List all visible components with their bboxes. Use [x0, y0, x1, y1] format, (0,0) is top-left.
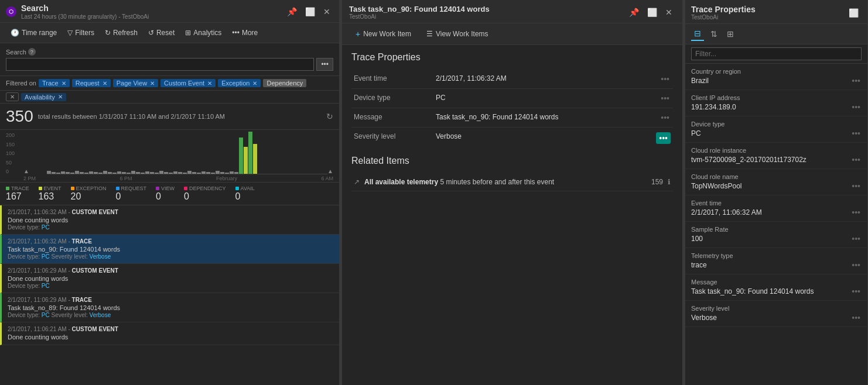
filter-tag-availability[interactable]: Availability ✕	[21, 93, 66, 101]
right-prop-dots-3[interactable]: •••	[850, 155, 862, 164]
right-prop-dots-0[interactable]: •••	[850, 76, 862, 85]
right-prop-item-5[interactable]: Event time 2/1/2017, 11:06:32 AM •••	[685, 195, 867, 222]
right-icon-btn-3[interactable]: ⊞	[724, 28, 737, 40]
analytics-button[interactable]: ⊞ Analytics	[180, 26, 226, 39]
legend-item-event[interactable]: EVENT 163	[39, 185, 61, 202]
right-prop-dots-2[interactable]: •••	[850, 129, 862, 138]
right-prop-key-4: Cloud role name	[691, 173, 862, 180]
right-prop-dots-8[interactable]: •••	[850, 287, 862, 296]
prop-dots-btn-0[interactable]: •••	[659, 74, 671, 84]
filter-input-row	[685, 44, 867, 64]
right-prop-dots-7[interactable]: •••	[850, 260, 862, 270]
filter-tag-request-close[interactable]: ✕	[102, 80, 107, 87]
right-prop-item-9[interactable]: Severity level Verbose •••	[685, 301, 867, 327]
grid-icon: ⊞	[185, 29, 191, 37]
chart-bar-2	[56, 173, 60, 174]
stats-refresh-icon[interactable]: ↻	[326, 112, 333, 121]
prop-actions-1: •••	[654, 89, 673, 108]
right-maximize-button[interactable]: ⬜	[846, 8, 862, 18]
event-item-0[interactable]: 2/1/2017, 11:06:32 AM - CUSTOM EVENT Don…	[0, 205, 339, 235]
filter-tag-exception[interactable]: Exception ✕	[218, 79, 261, 87]
legend-row: TRACE 167 EVENT 163 EXCEPTION 20 REQUEST…	[0, 183, 339, 205]
legend-label: AVAIL	[235, 185, 255, 191]
prop-actions-3: •••	[654, 128, 673, 149]
filter-tag-exception-close[interactable]: ✕	[252, 80, 257, 87]
right-prop-dots-1[interactable]: •••	[850, 102, 862, 112]
filter-tag-trace[interactable]: Trace ✕	[39, 79, 70, 87]
filter-tag-customevent-close[interactable]: ✕	[207, 80, 212, 87]
event-item-2[interactable]: 2/1/2017, 11:06:29 AM - CUSTOM EVENT Don…	[0, 264, 339, 293]
middle-close-button[interactable]: ✕	[662, 7, 675, 18]
chart-bar-4	[66, 172, 70, 174]
middle-title: Task task_no_90: Found 124014 words	[349, 5, 490, 13]
maximize-button[interactable]: ⬜	[302, 6, 318, 17]
related-item[interactable]: ↗ All available telemetry 5 minutes befo…	[351, 173, 673, 191]
filters-button[interactable]: ▽ Filters	[63, 26, 99, 39]
legend-item-dependency[interactable]: DEPENDENCY 0	[184, 185, 226, 202]
related-item-text: All available telemetry 5 minutes before…	[364, 178, 647, 186]
search-input[interactable]	[6, 58, 314, 71]
right-prop-dots-6[interactable]: •••	[850, 234, 862, 243]
reset-button[interactable]: ↺ Reset	[143, 26, 179, 39]
y-label-150: 150	[6, 142, 15, 147]
right-panel-header: Trace Properties TestOboAi ⬜	[685, 0, 867, 24]
right-prop-dots-9[interactable]: •••	[850, 313, 862, 322]
right-prop-item-0[interactable]: Country or region Brazil •••	[685, 64, 867, 90]
right-prop-item-6[interactable]: Sample Rate 100 •••	[685, 222, 867, 248]
prop-dots-btn-1[interactable]: •••	[659, 94, 671, 103]
event-item-1[interactable]: 2/1/2017, 11:06:32 AM - TRACE Task task_…	[0, 235, 339, 264]
results-description: total results between 1/31/2017 11:10 AM…	[38, 113, 322, 120]
right-prop-item-8[interactable]: Message Task task_no_90: Found 124014 wo…	[685, 274, 867, 301]
x-label-feb: February	[216, 176, 237, 181]
plus-icon: +	[356, 29, 360, 39]
right-prop-item-1[interactable]: Client IP address 191.234.189.0 •••	[685, 90, 867, 116]
prop-value-3: Verbose	[433, 128, 654, 149]
right-prop-dots-5[interactable]: •••	[850, 208, 862, 217]
prop-row-1: Device type PC •••	[351, 89, 673, 108]
legend-item-view[interactable]: VIEW 0	[156, 185, 175, 202]
middle-pin-button[interactable]: 📌	[626, 7, 642, 18]
filter-tag-dependency[interactable]: Dependency	[263, 79, 306, 87]
time-range-button[interactable]: 🕐 Time range	[6, 26, 61, 39]
analytics-label: Analytics	[193, 29, 221, 37]
filter-tag-request[interactable]: Request ✕	[72, 79, 111, 87]
right-icon-btn-1[interactable]: ⊟	[691, 27, 704, 41]
right-prop-item-3[interactable]: Cloud role instance tvm-57200098_2-20170…	[685, 143, 867, 169]
filter-tag-customevent[interactable]: Custom Event ✕	[160, 79, 216, 87]
trace-properties-section: Trace Properties Event time 2/1/2017, 11…	[342, 45, 682, 156]
filter-tag-pageview-close[interactable]: ✕	[150, 80, 155, 87]
legend-item-avail[interactable]: AVAIL 0	[235, 185, 255, 202]
event-item-3[interactable]: 2/1/2017, 11:06:29 AM - TRACE Task task_…	[0, 293, 339, 322]
chart-bar-44	[253, 144, 257, 174]
right-filter-input[interactable]	[691, 47, 862, 60]
chart-bar-23	[155, 173, 159, 174]
chart-bar-35	[211, 173, 215, 174]
filter-tag-pageview[interactable]: Page View ✕	[113, 79, 158, 87]
right-prop-item-2[interactable]: Device type PC •••	[685, 116, 867, 143]
prop-dots-btn-3[interactable]: •••	[656, 132, 671, 144]
filter-tag-close-all[interactable]: ✕	[6, 92, 19, 101]
legend-item-exception[interactable]: EXCEPTION 20	[71, 185, 107, 202]
prop-dots-btn-2[interactable]: •••	[659, 113, 671, 122]
close-button[interactable]: ✕	[320, 6, 333, 17]
right-prop-key-0: Country or region	[691, 68, 862, 75]
legend-item-trace[interactable]: TRACE 167	[6, 185, 29, 202]
chart-bar-13	[108, 172, 112, 174]
ellipsis-icon: •••	[232, 29, 240, 37]
refresh-button[interactable]: ↻ Refresh	[100, 26, 142, 39]
chart-bar-37	[220, 172, 224, 174]
right-prop-item-4[interactable]: Cloud role name TopNWordsPool •••	[685, 169, 867, 195]
view-work-items-button[interactable]: ☰ View Work Items	[420, 27, 495, 41]
search-options-button[interactable]: •••	[316, 58, 333, 71]
filter-tag-trace-close[interactable]: ✕	[61, 80, 66, 87]
new-work-item-button[interactable]: + New Work Item	[349, 26, 418, 42]
legend-item-request[interactable]: REQUEST 0	[116, 185, 147, 202]
pin-button[interactable]: 📌	[284, 6, 300, 17]
filter-tag-availability-close[interactable]: ✕	[58, 94, 63, 100]
right-prop-item-7[interactable]: Telemetry type trace •••	[685, 248, 867, 274]
right-prop-dots-4[interactable]: •••	[850, 181, 862, 191]
middle-maximize-button[interactable]: ⬜	[644, 7, 660, 18]
event-item-4[interactable]: 2/1/2017, 11:06:21 AM - CUSTOM EVENT Don…	[0, 322, 339, 345]
more-button[interactable]: ••• More	[227, 26, 262, 39]
right-icon-btn-2[interactable]: ⇅	[708, 28, 720, 40]
